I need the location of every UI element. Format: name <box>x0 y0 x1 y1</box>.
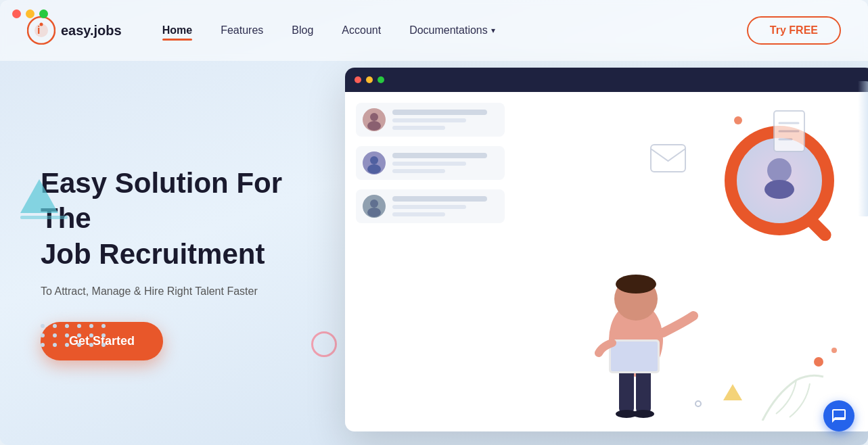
navbar: i easy.jobs Home Features Blog Account D… <box>0 0 868 61</box>
traffic-light-yellow[interactable] <box>26 9 35 18</box>
hero-left: Easy Solution For TheJob Recruitment To … <box>0 145 325 361</box>
nav-link-blog[interactable]: Blog <box>292 24 313 37</box>
hero-subtitle: To Attract, Manage & Hire Right Talent F… <box>41 285 325 298</box>
yellow-triangle-decoration <box>723 384 742 400</box>
document-icon <box>773 110 810 157</box>
dot <box>53 343 57 347</box>
traffic-lights <box>12 9 48 18</box>
email-icon <box>649 143 687 173</box>
line-short <box>392 169 445 173</box>
dot <box>101 333 106 337</box>
dots-grid <box>41 324 108 347</box>
dot <box>101 343 106 347</box>
browser-dot-green <box>378 76 384 83</box>
browser-bar <box>345 68 868 92</box>
accent-dot-2 <box>814 357 823 367</box>
hero-section: Easy Solution For TheJob Recruitment To … <box>0 61 868 445</box>
svg-point-7 <box>367 164 381 174</box>
dot <box>77 324 81 328</box>
nav-link-account[interactable]: Account <box>342 24 381 37</box>
candidate-card <box>356 103 505 137</box>
dot <box>89 333 93 337</box>
accent-dot-3 <box>831 348 837 353</box>
dot <box>41 343 45 347</box>
svg-point-4 <box>370 113 378 121</box>
chevron-down-icon: ▾ <box>491 26 495 35</box>
candidate-panel <box>356 103 505 421</box>
svg-point-16 <box>616 275 656 294</box>
dot <box>41 324 45 328</box>
line-medium <box>392 118 466 122</box>
window-chrome: i easy.jobs Home Features Blog Account D… <box>0 0 868 445</box>
svg-text:i: i <box>37 24 40 36</box>
chat-icon <box>831 408 847 424</box>
illustration-area <box>514 103 864 421</box>
candidate-lines <box>392 110 498 130</box>
svg-point-3 <box>40 23 43 26</box>
dot <box>89 343 93 347</box>
line-long <box>392 196 487 202</box>
dot <box>101 324 106 328</box>
svg-rect-11 <box>619 367 634 414</box>
logo-area[interactable]: i easy.jobs <box>27 16 122 45</box>
svg-point-20 <box>767 158 792 183</box>
triangle-shape <box>20 179 58 213</box>
nav-links: Home Features Blog Account Documentation… <box>162 24 747 37</box>
svg-point-14 <box>633 410 654 418</box>
nav-link-features[interactable]: Features <box>221 24 263 37</box>
nav-link-documentations[interactable]: Documentations ▾ <box>409 24 495 37</box>
avatar <box>363 108 386 131</box>
line-long <box>392 110 487 115</box>
traffic-light-green[interactable] <box>39 9 48 18</box>
candidate-lines <box>392 196 498 216</box>
svg-point-5 <box>367 121 381 131</box>
dot <box>65 333 69 337</box>
try-free-button[interactable]: Try FREE <box>747 16 841 45</box>
dot <box>65 343 69 347</box>
hero-title: Easy Solution For TheJob Recruitment <box>41 166 325 273</box>
hero-right <box>325 61 868 445</box>
line-short <box>392 212 445 216</box>
avatar <box>363 151 386 174</box>
candidate-card <box>356 146 505 180</box>
candidate-lines <box>392 153 498 173</box>
triangle-line <box>20 216 68 219</box>
dot <box>53 324 57 328</box>
browser-mockup <box>345 68 868 431</box>
circle-outline-decoration <box>695 400 702 407</box>
line-short <box>392 126 445 130</box>
logo-icon: i <box>27 16 55 45</box>
svg-rect-12 <box>636 367 651 414</box>
dot <box>89 324 93 328</box>
traffic-light-red[interactable] <box>12 9 21 18</box>
svg-point-6 <box>370 156 378 164</box>
browser-edge-decoration <box>858 81 868 216</box>
browser-content <box>345 92 868 431</box>
chat-bubble[interactable] <box>823 400 854 431</box>
logo-text: easy.jobs <box>61 23 122 39</box>
svg-point-9 <box>367 208 381 217</box>
dot <box>41 333 45 337</box>
browser-dot-red <box>355 76 361 83</box>
svg-rect-23 <box>651 145 685 172</box>
line-long <box>392 153 487 158</box>
dot <box>77 343 81 347</box>
avatar <box>363 195 386 218</box>
line-medium <box>392 162 466 166</box>
triangle-decoration <box>20 179 68 219</box>
dot <box>65 324 69 328</box>
line-medium <box>392 205 466 209</box>
dot <box>77 333 81 337</box>
accent-dot-1 <box>734 116 742 124</box>
dot <box>53 333 57 337</box>
candidate-card <box>356 189 505 223</box>
browser-dot-yellow <box>366 76 373 83</box>
person-illustration <box>568 204 704 421</box>
svg-rect-18 <box>611 342 658 371</box>
nav-link-home[interactable]: Home <box>162 24 192 37</box>
svg-point-8 <box>370 200 378 208</box>
svg-point-21 <box>764 180 794 199</box>
